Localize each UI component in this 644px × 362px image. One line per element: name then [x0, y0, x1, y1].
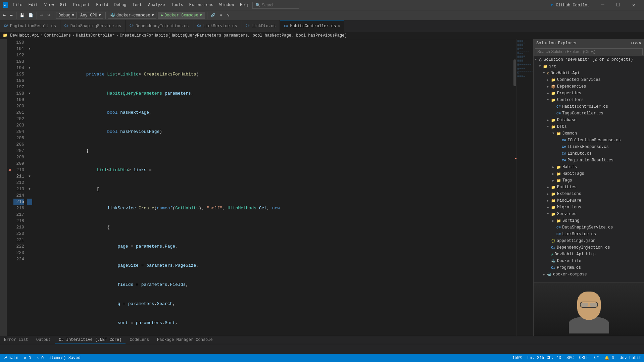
tab-error-list[interactable]: Error List: [0, 336, 32, 344]
se-devhabit-http[interactable]: ⚡ DevHabit.Api.http: [534, 251, 644, 258]
se-linkdto[interactable]: C# LinkDto.cs: [534, 150, 644, 157]
code-editor[interactable]: private List<LinkDto> CreateLinksForHabi…: [32, 39, 513, 336]
se-sorting[interactable]: ▶ 📁 Sorting: [534, 217, 644, 224]
menu-view[interactable]: View: [42, 2, 57, 8]
window-controls[interactable]: ─ □ ✕: [595, 0, 641, 10]
status-git-branch[interactable]: ⎇ main: [3, 356, 18, 361]
tab-datashaping[interactable]: C# DataShapingService.cs: [60, 20, 126, 32]
tab-package-manager[interactable]: Package Manager Console: [153, 336, 217, 344]
se-src[interactable]: ▼ 📁 src: [534, 63, 644, 70]
se-ilinksresponse[interactable]: C# ILinksResponse.cs: [534, 144, 644, 150]
se-settings-icon[interactable]: ⚙: [635, 41, 638, 46]
status-errors[interactable]: ✕ 0: [24, 356, 31, 361]
se-appsettings[interactable]: {} appsettings.json: [534, 238, 644, 244]
step-into[interactable]: ↘: [225, 12, 231, 18]
menu-build[interactable]: Build: [93, 2, 111, 8]
se-extensions[interactable]: ▶ 📁 Extensions: [534, 191, 644, 197]
title-search-box[interactable]: 🔍: [252, 2, 299, 9]
menu-window[interactable]: Window: [217, 2, 237, 8]
se-entities[interactable]: ▶ 📁 Entities: [534, 184, 644, 191]
tab-codelens[interactable]: CodeLens: [126, 336, 153, 344]
se-services[interactable]: ▼ 📁 Services: [534, 211, 644, 217]
menu-extensions[interactable]: Extensions: [187, 2, 216, 8]
status-line-col[interactable]: Ln: 215 Ch: 43: [527, 356, 561, 361]
menu-test[interactable]: Test: [130, 2, 145, 8]
se-habits[interactable]: ▶ 📁 Habits: [534, 164, 644, 170]
se-program[interactable]: C# Program.cs: [534, 264, 644, 271]
status-notifications[interactable]: 🔔 0: [604, 356, 614, 361]
debug-config-dropdown[interactable]: Debug ▼: [56, 12, 77, 19]
run-button[interactable]: ▶ Docker Compose ▼: [158, 12, 205, 19]
se-migrations[interactable]: ▶ 📁 Migrations: [534, 204, 644, 211]
vertical-scrollbar[interactable]: [513, 39, 516, 336]
se-devhabit-api[interactable]: ▼ ⚙ DevHabit.Api: [534, 70, 644, 76]
redo-button[interactable]: ↪: [46, 12, 52, 18]
tab-linkservice[interactable]: C# LinkService.cs: [193, 20, 242, 32]
se-common[interactable]: ▼ 📁 Common: [534, 130, 644, 137]
se-tagscontroller[interactable]: C# TagsController.cs: [534, 110, 644, 117]
breadcrumb-controllers[interactable]: Controllers: [44, 33, 71, 38]
tab-output[interactable]: Output: [32, 336, 55, 344]
se-search-input[interactable]: [535, 48, 643, 55]
close-button[interactable]: ✕: [626, 0, 641, 10]
se-habittags[interactable]: ▶ 📁 HabitTags: [534, 170, 644, 177]
minimize-button[interactable]: ─: [595, 0, 610, 10]
se-paginationresult[interactable]: C# PaginationResult.cs: [534, 157, 644, 164]
tab-linkdto[interactable]: C# LinkDto.cs: [241, 20, 280, 32]
se-properties[interactable]: ▶ 📁 Properties: [534, 90, 644, 97]
status-line-ending[interactable]: CRLF: [579, 356, 589, 361]
save-button[interactable]: 💾: [18, 12, 26, 18]
se-search-box[interactable]: [534, 47, 644, 56]
se-database[interactable]: ▶ 📁 Database: [534, 117, 644, 123]
tab-close-icon[interactable]: ✕: [338, 24, 340, 28]
docker-target-dropdown[interactable]: 🐳 docker-compose ▼: [108, 12, 156, 19]
maximize-button[interactable]: □: [610, 0, 626, 10]
se-habitscontroller[interactable]: C# HabitsController.cs: [534, 103, 644, 110]
status-warnings[interactable]: ⚠ 0: [36, 356, 44, 361]
se-dtos[interactable]: ▼ 📁 DTOs: [534, 123, 644, 130]
se-dockerfile[interactable]: 🐳 Dockerfile: [534, 258, 644, 264]
se-solution[interactable]: ▼ ⬡ Solution 'DevHabit' (2 of 2 projects…: [534, 56, 644, 63]
menu-git[interactable]: Git: [57, 2, 70, 8]
se-depinj[interactable]: C# DependencyInjection.cs: [534, 244, 644, 251]
se-middleware[interactable]: ▶ 📁 Middleware: [534, 197, 644, 204]
save-all-button[interactable]: 📄: [27, 12, 35, 18]
status-language[interactable]: C#: [594, 356, 599, 361]
se-controllers[interactable]: ▼ 📁 Controllers: [534, 97, 644, 103]
menu-tools[interactable]: Tools: [168, 2, 186, 8]
menu-help[interactable]: Help: [237, 2, 252, 8]
breadcrumb-controller[interactable]: HabitsController: [76, 33, 114, 38]
step-over[interactable]: ⬇: [218, 12, 224, 18]
se-icollectionresponse[interactable]: C# ICollectionResponse.cs: [534, 137, 644, 144]
se-dependencies[interactable]: ▶ 📦 Dependencies: [534, 83, 644, 90]
menu-analyze[interactable]: Analyze: [145, 2, 167, 8]
undo-button[interactable]: ↩: [39, 12, 45, 18]
breadcrumb-project[interactable]: 📁 DevHabit.Api: [3, 33, 39, 38]
scrollbar-thumb[interactable]: [513, 59, 516, 86]
back-button[interactable]: ⬅: [1, 12, 7, 18]
forward-button[interactable]: ➡: [8, 12, 14, 18]
title-search-input[interactable]: [262, 3, 295, 7]
menu-bar[interactable]: File Edit View Git Project Build Debug T…: [10, 2, 252, 8]
tab-pagination[interactable]: C# PaginationResult.cs: [0, 20, 60, 32]
se-collapse-icon[interactable]: ⊟: [631, 41, 634, 46]
menu-debug[interactable]: Debug: [111, 2, 129, 8]
se-datashapingservice[interactable]: C# DataShapingService.cs: [534, 224, 644, 231]
se-close-icon[interactable]: ✕: [639, 41, 641, 46]
menu-edit[interactable]: Edit: [26, 2, 41, 8]
editor-container[interactable]: ◀ 190 191 192 193 194 195 196 197 198 19…: [7, 39, 533, 336]
status-zoom[interactable]: 150%: [512, 356, 522, 361]
platform-dropdown[interactable]: Any CPU ▼: [78, 12, 103, 19]
se-docker-compose[interactable]: ▶ 🐳 docker-compose: [534, 271, 644, 278]
menu-file[interactable]: File: [10, 2, 25, 8]
menu-project[interactable]: Project: [70, 2, 93, 8]
breadcrumb-method[interactable]: CreateLinksForHabits(HabitsQueryParamete…: [120, 33, 347, 38]
se-connected-services[interactable]: ▶ 📁 Connected Services: [534, 76, 644, 83]
se-linkservice[interactable]: C# LinkService.cs: [534, 231, 644, 238]
tab-csharp-interactive[interactable]: C# Interactive (.NET Core): [55, 336, 126, 344]
tab-depinj[interactable]: C# DependencyInjection.cs: [126, 20, 193, 32]
se-tags[interactable]: ▶ 📁 Tags: [534, 177, 644, 184]
status-encoding[interactable]: SPC: [566, 356, 574, 361]
tab-habitscontroller[interactable]: C# HabitsController.cs ✕: [280, 20, 344, 32]
attach-button[interactable]: 🔗: [209, 12, 217, 18]
